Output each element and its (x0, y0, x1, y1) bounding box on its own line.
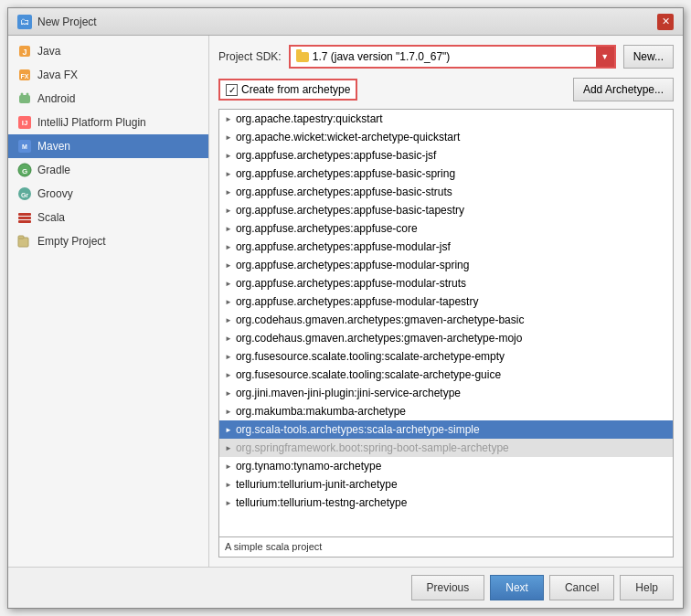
sidebar-item-java[interactable]: J Java (8, 39, 208, 63)
maven-icon: M (17, 139, 32, 154)
expand-icon: ► (225, 426, 232, 434)
expand-icon: ► (225, 462, 232, 471)
archetype-label: org.appfuse.archetypes:appfuse-modular-j… (236, 240, 451, 253)
archetype-list-wrapper: ►org.apache.tapestry:quickstart►org.apac… (218, 109, 674, 537)
archetype-item[interactable]: ►org.appfuse.archetypes:appfuse-basic-js… (219, 146, 673, 165)
sidebar-label-gradle: Gradle (37, 164, 70, 176)
scala-icon (17, 210, 32, 225)
sidebar-item-android[interactable]: Android (8, 87, 208, 111)
sdk-dropdown[interactable]: 1.7 (java version "1.7.0_67") ▼ (289, 45, 616, 69)
new-sdk-button[interactable]: New... (623, 45, 674, 69)
expand-icon: ► (225, 207, 232, 215)
archetype-label: org.appfuse.archetypes:appfuse-core (236, 222, 418, 235)
archetype-item[interactable]: ►org.appfuse.archetypes:appfuse-modular-… (219, 274, 673, 292)
sidebar-label-java: Java (37, 45, 60, 58)
sidebar-item-empty[interactable]: Empty Project (8, 229, 208, 253)
content-area: J Java FX Java FX Android IJ Int (8, 36, 683, 567)
archetype-item[interactable]: ►org.appfuse.archetypes:appfuse-modular-… (219, 238, 673, 256)
svg-rect-4 (19, 95, 30, 103)
sdk-label: Project SDK: (218, 50, 282, 63)
sidebar-item-gradle[interactable]: G Gradle (8, 158, 208, 182)
javafx-icon: FX (17, 68, 32, 82)
sdk-arrow-button[interactable]: ▼ (596, 47, 614, 67)
sidebar-label-scala: Scala (37, 211, 65, 224)
svg-text:G: G (22, 167, 27, 175)
archetype-item[interactable]: ►org.apache.tapestry:quickstart (219, 110, 673, 128)
archetype-item[interactable]: ►org.jini.maven-jini-plugin:jini-service… (219, 384, 673, 402)
expand-icon: ► (225, 353, 232, 361)
archetype-item[interactable]: ►org.fusesource.scalate.tooling:scalate-… (219, 366, 673, 384)
archetype-label: org.appfuse.archetypes:appfuse-basic-tap… (236, 204, 464, 217)
sidebar-item-groovy[interactable]: Gr Groovy (8, 182, 208, 206)
sidebar-item-intellij[interactable]: IJ IntelliJ Platform Plugin (8, 111, 208, 134)
archetype-item[interactable]: ►tellurium:tellurium-testng-archetype (219, 494, 673, 512)
archetype-label: tellurium:tellurium-testng-archetype (236, 496, 407, 509)
gradle-icon: G (17, 163, 32, 177)
sidebar-label-maven: Maven (37, 140, 70, 153)
title-bar: 🗂 New Project ✕ (8, 8, 683, 36)
archetype-checkbox[interactable]: ✓ (226, 84, 238, 96)
svg-text:IJ: IJ (22, 119, 28, 127)
svg-text:M: M (22, 143, 27, 150)
android-icon (17, 91, 32, 106)
sidebar-label-groovy: Groovy (37, 187, 73, 200)
help-button[interactable]: Help (620, 575, 674, 600)
archetype-item[interactable]: ►org.scala-tools.archetypes:scala-archet… (219, 420, 673, 439)
expand-icon: ► (225, 188, 232, 196)
archetype-label: tellurium:tellurium-junit-archetype (236, 478, 398, 491)
archetype-row: ✓ Create from archetype Add Archetype... (218, 78, 674, 101)
expand-icon: ► (225, 115, 232, 123)
dialog-title: New Project (37, 16, 97, 28)
archetype-item[interactable]: ►org.codehaus.gmaven.archetypes:gmaven-a… (219, 311, 673, 329)
archetype-checkbox-container[interactable]: ✓ Create from archetype (218, 79, 357, 101)
archetype-item[interactable]: ►org.tynamo:tynamo-archetype (219, 457, 673, 475)
archetype-label: org.scala-tools.archetypes:scala-archety… (236, 423, 480, 436)
archetype-label: org.fusesource.scalate.tooling:scalate-a… (236, 350, 505, 363)
archetype-label: org.springframework.boot:spring-boot-sam… (236, 441, 509, 454)
sidebar-item-javafx[interactable]: FX Java FX (8, 63, 208, 87)
archetype-label: org.makumba:makumba-archetype (236, 405, 406, 418)
archetype-list: ►org.apache.tapestry:quickstart►org.apac… (218, 109, 674, 537)
archetype-item[interactable]: ►org.codehaus.gmaven.archetypes:gmaven-a… (219, 329, 673, 347)
archetype-item[interactable]: ►tellurium:tellurium-junit-archetype (219, 475, 673, 494)
expand-icon: ► (225, 371, 232, 379)
sidebar-label-android: Android (37, 92, 75, 105)
next-button[interactable]: Next (490, 575, 544, 600)
archetype-item[interactable]: ►org.springframework.boot:spring-boot-sa… (219, 439, 673, 457)
expand-icon: ► (225, 298, 232, 306)
archetype-label: org.jini.maven-jini-plugin:jini-service-… (236, 387, 461, 399)
archetype-item[interactable]: ►org.appfuse.archetypes:appfuse-basic-st… (219, 183, 673, 201)
sidebar-label-intellij: IntelliJ Platform Plugin (37, 116, 146, 129)
folder-icon (296, 52, 309, 62)
archetype-item[interactable]: ►org.makumba:makumba-archetype (219, 402, 673, 420)
footer: Previous Next Cancel Help (8, 567, 683, 608)
sdk-version-text: 1.7 (java version "1.7.0_67") (313, 50, 451, 63)
previous-button[interactable]: Previous (411, 575, 485, 600)
archetype-item[interactable]: ►org.appfuse.archetypes:appfuse-modular-… (219, 256, 673, 274)
close-button[interactable]: ✕ (657, 14, 674, 30)
add-archetype-button[interactable]: Add Archetype... (573, 78, 674, 101)
archetype-item[interactable]: ►org.appfuse.archetypes:appfuse-modular-… (219, 292, 673, 311)
archetype-item[interactable]: ►org.appfuse.archetypes:appfuse-core (219, 219, 673, 238)
expand-icon: ► (225, 481, 232, 489)
groovy-icon: Gr (17, 186, 32, 201)
sdk-row: Project SDK: 1.7 (java version "1.7.0_67… (218, 45, 674, 69)
java-icon: J (17, 44, 32, 58)
svg-point-5 (21, 93, 24, 96)
svg-text:FX: FX (21, 73, 29, 80)
archetype-item[interactable]: ►org.appfuse.archetypes:appfuse-basic-ta… (219, 201, 673, 219)
archetype-label: org.appfuse.archetypes:appfuse-basic-jsf (236, 149, 436, 162)
archetype-item[interactable]: ►org.apache.wicket:wicket-archetype-quic… (219, 128, 673, 146)
expand-icon: ► (225, 152, 232, 160)
sidebar-item-scala[interactable]: Scala (8, 206, 208, 229)
cancel-button[interactable]: Cancel (549, 575, 614, 600)
archetype-label: org.apache.tapestry:quickstart (236, 112, 383, 125)
description-bar: A simple scala project (218, 537, 674, 558)
archetype-label: org.codehaus.gmaven.archetypes:gmaven-ar… (236, 332, 523, 345)
svg-text:J: J (22, 48, 27, 57)
archetype-item[interactable]: ►org.fusesource.scalate.tooling:scalate-… (219, 347, 673, 366)
expand-icon: ► (225, 408, 232, 416)
expand-icon: ► (225, 243, 232, 251)
sidebar-item-maven[interactable]: M Maven (8, 134, 208, 158)
archetype-item[interactable]: ►org.appfuse.archetypes:appfuse-basic-sp… (219, 165, 673, 183)
